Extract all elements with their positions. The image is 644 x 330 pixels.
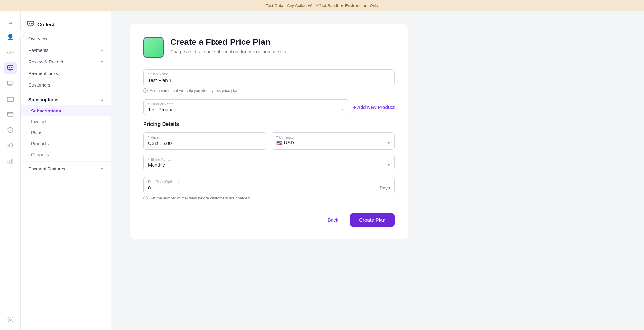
- collect2-icon-btn[interactable]: [4, 77, 17, 90]
- svg-rect-14: [28, 21, 34, 25]
- free-trial-group: Free Trial (Optional) Days i Set the num…: [143, 177, 395, 200]
- svg-rect-0: [7, 66, 13, 70]
- svg-rect-12: [12, 159, 13, 163]
- info-icon-trial: i: [143, 196, 148, 200]
- free-trial-label: Free Trial (Optional): [148, 180, 390, 184]
- billing-period-label: * Billing Period: [148, 158, 390, 161]
- sidebar-item-review-protect[interactable]: Review & Protect ▾: [21, 56, 111, 68]
- page-title: Create a Fixed Price Plan: [170, 37, 287, 47]
- nav-sidebar: Collect Overview Payments ▾ Review & Pro…: [21, 11, 111, 330]
- product-name-value: Test Product: [148, 107, 175, 112]
- currency-field[interactable]: * Currency 🇺🇸 USD ▾: [272, 132, 395, 150]
- product-name-select-wrapper: Test Product ▾: [148, 107, 343, 112]
- back-button[interactable]: Back: [321, 214, 345, 226]
- chevron-down-icon: ▾: [101, 48, 103, 53]
- wallet-icon-btn[interactable]: [4, 92, 17, 105]
- plan-name-field[interactable]: * Plan Name: [143, 69, 395, 86]
- collect-nav-icon: [27, 20, 34, 29]
- sidebar-subitem-products[interactable]: Products: [21, 138, 111, 149]
- chevron-right-icon: ›: [20, 31, 21, 35]
- currency-flag-icon: 🇺🇸: [276, 140, 282, 145]
- customers-label: Customers: [28, 82, 50, 88]
- sidebar-item-subscriptions-parent[interactable]: Subscriptions ▴: [21, 94, 111, 105]
- gear-icon-btn[interactable]: [4, 313, 17, 326]
- shield-icon-btn[interactable]: [4, 123, 17, 136]
- product-name-field[interactable]: * Product Name Test Product ▾: [143, 99, 348, 115]
- product-name-group: * Product Name Test Product ▾ + Add New …: [143, 99, 395, 115]
- plans-label: Plans: [31, 130, 42, 135]
- currency-text: USD: [284, 140, 294, 145]
- create-plan-button[interactable]: Create Plan: [350, 213, 395, 227]
- price-currency-row: * Price * Currency 🇺🇸: [143, 132, 395, 150]
- billing-period-group: * Billing Period Monthly ▾: [143, 155, 395, 170]
- plan-name-group: * Plan Name i Add a name that will help …: [143, 69, 395, 93]
- chart-icon-btn[interactable]: [4, 154, 17, 167]
- card-icon-btn[interactable]: [4, 108, 17, 121]
- svg-point-4: [9, 82, 10, 83]
- svg-point-15: [29, 23, 30, 24]
- payments-label: Payments: [28, 48, 48, 53]
- product-row: * Product Name Test Product ▾ + Add New …: [143, 99, 395, 115]
- products-label: Products: [31, 141, 49, 146]
- free-trial-field[interactable]: Free Trial (Optional) Days: [143, 177, 395, 194]
- svg-rect-6: [7, 97, 13, 102]
- billing-period-select-wrapper: Monthly ▾: [148, 162, 390, 168]
- coupons-label: Coupons: [31, 152, 49, 157]
- svg-rect-3: [7, 81, 13, 85]
- plan-name-label-text: Plan Name: [151, 72, 168, 76]
- sidebar-subitem-plans[interactable]: Plans: [21, 127, 111, 138]
- main-content: Create a Fixed Price Plan Charge a flat …: [111, 11, 644, 330]
- svg-rect-10: [8, 161, 9, 163]
- sidebar-subitem-invoices[interactable]: Invoices: [21, 116, 111, 127]
- sidebar-subitem-subscriptions[interactable]: Subscriptions: [21, 105, 111, 116]
- collect-icon-btn[interactable]: [4, 62, 17, 74]
- sidebar-subitem-coupons[interactable]: Coupons: [21, 149, 111, 160]
- nav-divider: [21, 92, 111, 92]
- billing-period-chevron[interactable]: ▾: [388, 162, 390, 167]
- currency-label: * Currency: [276, 135, 390, 139]
- billing-period-value: Monthly: [148, 162, 165, 168]
- subscriptions-subitem-label: Subscriptions: [31, 108, 61, 113]
- review-protect-label: Review & Protect: [28, 59, 63, 64]
- banner-text: Test Data - Any Action Will Affect Sandb…: [266, 3, 378, 8]
- test-data-banner: Test Data - Any Action Will Affect Sandb…: [0, 0, 644, 11]
- price-field[interactable]: * Price: [143, 132, 266, 150]
- sidebar-item-payment-links[interactable]: Payment Links: [21, 68, 111, 79]
- free-trial-label-text: Free Trial (Optional): [148, 180, 180, 184]
- code-icon-btn[interactable]: </>: [4, 46, 17, 59]
- billing-period-label-text: Billing Period: [151, 158, 171, 161]
- plan-name-input[interactable]: [148, 77, 390, 83]
- sidebar-item-payments[interactable]: Payments ▾: [21, 44, 111, 56]
- sidebar-item-payment-features[interactable]: Payment Features ▾: [21, 163, 111, 175]
- price-input[interactable]: [148, 140, 262, 147]
- pricing-details-title: Pricing Details: [143, 121, 395, 127]
- plan-name-hint: i Add a name that will help you identify…: [143, 88, 395, 93]
- chevron-down-icon: ▾: [101, 60, 103, 64]
- nav-divider-2: [21, 161, 111, 162]
- billing-period-field[interactable]: * Billing Period Monthly ▾: [143, 155, 395, 170]
- sidebar-item-customers[interactable]: Customers: [21, 79, 111, 91]
- payment-features-label: Payment Features: [28, 166, 65, 171]
- currency-label-text: Currency: [279, 135, 293, 139]
- sidebar-item-overview[interactable]: Overview: [21, 33, 111, 44]
- days-suffix-label: Days: [377, 185, 390, 190]
- home-icon-btn[interactable]: ⌂: [4, 15, 17, 28]
- nav-section-label: Collect: [37, 22, 54, 28]
- user-icon-btn[interactable]: 👤: [4, 31, 17, 44]
- sidebar-collapse-button[interactable]: ›: [17, 29, 25, 37]
- megaphone-icon-btn[interactable]: [4, 139, 17, 152]
- pricing-details-section: Pricing Details * Price * Currency: [143, 121, 395, 200]
- overview-label: Overview: [28, 36, 47, 41]
- price-label-text: Price: [151, 135, 159, 139]
- free-trial-input[interactable]: [148, 184, 377, 191]
- invoices-label: Invoices: [31, 119, 47, 124]
- product-dropdown-chevron[interactable]: ▾: [341, 107, 343, 112]
- svg-point-1: [9, 67, 10, 68]
- subscriptions-parent-label: Subscriptions: [28, 97, 58, 102]
- add-new-product-button[interactable]: + Add New Product: [353, 102, 395, 112]
- icon-sidebar: ⌂ 👤 </>: [0, 11, 21, 330]
- create-plan-card: Create a Fixed Price Plan Charge a flat …: [130, 24, 408, 239]
- product-name-label: * Product Name: [148, 102, 343, 106]
- plan-name-hint-text: Add a name that will help you identify t…: [150, 88, 240, 93]
- currency-dropdown-chevron[interactable]: ▾: [388, 141, 390, 145]
